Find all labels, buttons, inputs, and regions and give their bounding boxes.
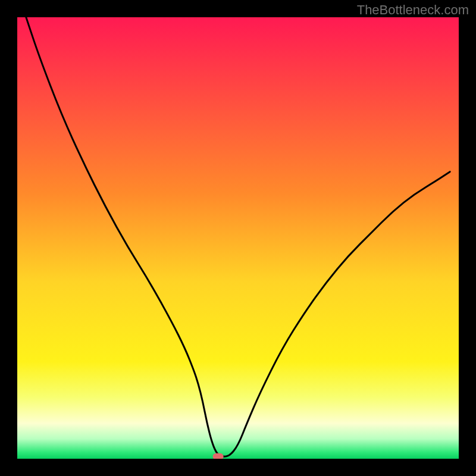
plot-area <box>17 17 459 459</box>
watermark-text: TheBottleneck.com <box>357 2 469 18</box>
chart-frame: TheBottleneck.com <box>0 0 476 476</box>
gradient-background <box>17 17 459 459</box>
chart-svg <box>17 17 459 459</box>
optimal-marker <box>213 453 224 459</box>
